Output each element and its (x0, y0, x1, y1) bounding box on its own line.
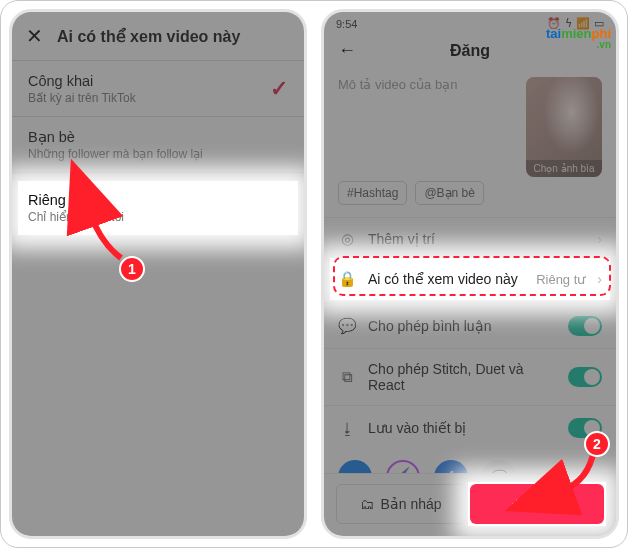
row-label: Cho phép bình luận (368, 318, 556, 334)
drafts-button[interactable]: 🗂 Bản nháp (336, 484, 466, 524)
row-allow-comments[interactable]: 💬 Cho phép bình luận (324, 303, 616, 348)
drafts-icon: 🗂 (360, 496, 374, 512)
hashtag-chip[interactable]: #Hashtag (338, 181, 407, 205)
privacy-header: ✕ Ai có thể xem video này (12, 12, 304, 60)
tutorial-stage: ✕ Ai có thể xem video này Công khai Bất … (0, 0, 628, 548)
annotation-arrow-2 (549, 441, 619, 511)
lock-icon: 🔒 (338, 270, 356, 288)
status-time: 9:54 (336, 18, 357, 30)
step-badge-2: 2 (584, 431, 610, 457)
watermark: taimienphi .vn (546, 26, 611, 50)
row-value: Riêng tư (536, 272, 585, 287)
option-subtitle: Những follower mà bạn follow lại (28, 147, 203, 161)
toggle-on[interactable] (568, 367, 602, 387)
row-allow-stitch-duet[interactable]: ⧉ Cho phép Stitch, Duet và React (324, 348, 616, 405)
privacy-title: Ai có thể xem video này (57, 27, 240, 46)
row-label: Cho phép Stitch, Duet và React (368, 361, 556, 393)
close-icon[interactable]: ✕ (26, 26, 43, 46)
comment-icon: 💬 (338, 317, 356, 335)
mention-chip[interactable]: @Bạn bè (415, 181, 484, 205)
back-icon[interactable]: ← (338, 40, 356, 61)
highlight-clear-area: Riêng tư Chỉ hiển thị với tôi (18, 181, 298, 235)
row-label: Thêm vị trí (368, 231, 585, 247)
compose-area: Mô tả video của bạn Chọn ảnh bìa (324, 69, 616, 177)
row-add-location[interactable]: ◎ Thêm vị trí › (324, 217, 616, 260)
option-title: Bạn bè (28, 129, 203, 145)
privacy-option-public[interactable]: Công khai Bất kỳ ai trên TikTok ✓ (12, 60, 304, 116)
sparkle-icon: ✦ (511, 496, 523, 512)
thumbnail-caption: Chọn ảnh bìa (526, 160, 602, 177)
highlight-clear-area-privacy: 🔒 Ai có thể xem video này Riêng tư › (330, 258, 610, 300)
chevron-right-icon: › (597, 271, 602, 287)
video-thumbnail[interactable]: Chọn ảnh bìa (526, 77, 602, 177)
download-icon: ⭳ (338, 420, 356, 437)
option-subtitle: Bất kỳ ai trên TikTok (28, 91, 136, 105)
toggle-on[interactable] (568, 316, 602, 336)
stitch-icon: ⧉ (338, 368, 356, 386)
phone-privacy-sheet: ✕ Ai có thể xem video này Công khai Bất … (9, 9, 307, 539)
row-label: Lưu vào thiết bị (368, 420, 556, 436)
checkmark-icon: ✓ (270, 76, 288, 102)
drafts-label: Bản nháp (380, 496, 441, 512)
chips-row: #Hashtag @Bạn bè (324, 177, 616, 217)
row-label: Ai có thể xem video này (368, 271, 524, 287)
description-input[interactable]: Mô tả video của bạn (338, 77, 516, 177)
option-title: Công khai (28, 73, 136, 89)
privacy-option-friends[interactable]: Bạn bè Những follower mà bạn follow lại (12, 116, 304, 172)
location-icon: ◎ (338, 230, 356, 248)
step-badge-1: 1 (119, 256, 145, 282)
chevron-right-icon: › (597, 231, 602, 247)
